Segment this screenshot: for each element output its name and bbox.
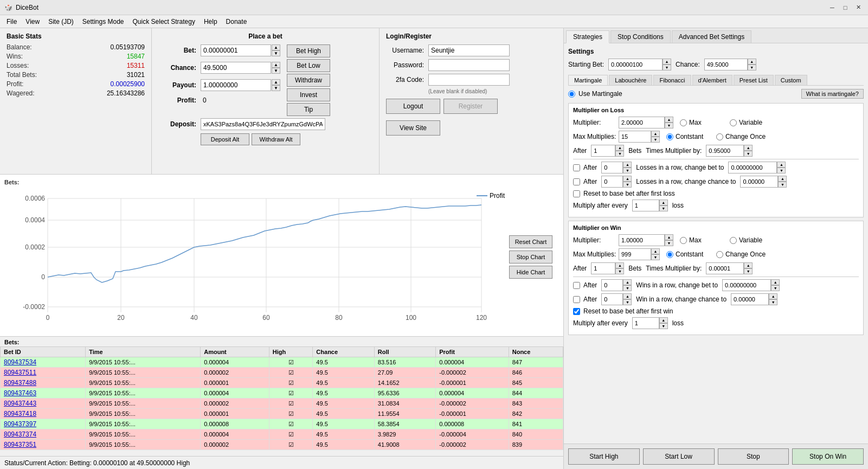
loss-row1-down[interactable]: ▼ bbox=[623, 168, 632, 174]
bet-chance-input[interactable] bbox=[201, 62, 271, 74]
what-is-martingale-button[interactable]: What is martingale? bbox=[801, 89, 864, 99]
loss-row2-val-input[interactable] bbox=[601, 176, 623, 188]
win-max-multiples-up[interactable]: ▲ bbox=[651, 248, 660, 254]
bet-amount-up[interactable]: ▲ bbox=[272, 44, 280, 50]
win-row2-chance-input[interactable] bbox=[731, 293, 769, 305]
bet-id-link[interactable]: 809437488 bbox=[4, 379, 36, 387]
bets-table-wrap[interactable]: Bet ID Time Amount High Chance Roll Prof… bbox=[0, 346, 563, 455]
withdraw-alt-button[interactable]: Withdraw Alt bbox=[252, 133, 300, 145]
strat-tab-martingale[interactable]: Martingale bbox=[568, 75, 608, 85]
bet-chance-down[interactable]: ▼ bbox=[272, 68, 280, 74]
stop-on-win-button[interactable]: Stop On Win bbox=[792, 448, 864, 465]
username-input[interactable] bbox=[428, 44, 510, 56]
start-low-button[interactable]: Start Low bbox=[643, 448, 715, 465]
loss-multiplier-down[interactable]: ▼ bbox=[665, 123, 673, 129]
withdraw-button[interactable]: Withdraw bbox=[287, 74, 330, 87]
multiply-every-win-up[interactable]: ▲ bbox=[659, 317, 668, 323]
win-change-bet-checkbox[interactable] bbox=[573, 282, 580, 289]
max-multiples-down[interactable]: ▼ bbox=[651, 137, 660, 143]
bet-id-link[interactable]: 809437351 bbox=[4, 441, 36, 448]
loss-constant-radio[interactable] bbox=[666, 133, 673, 140]
win-variable-radio[interactable] bbox=[730, 237, 737, 244]
strat-tab-preset[interactable]: Preset List bbox=[734, 75, 774, 85]
menu-site[interactable]: Site (JD) bbox=[44, 17, 78, 27]
menu-view[interactable]: View bbox=[21, 17, 44, 27]
max-multiples-input[interactable] bbox=[619, 131, 651, 143]
loss-row1-bet-up[interactable]: ▲ bbox=[777, 162, 786, 168]
strat-tab-labouchere[interactable]: Labouchère bbox=[609, 75, 652, 85]
win-multiplier-up[interactable]: ▲ bbox=[665, 234, 673, 240]
bet-chance-up[interactable]: ▲ bbox=[272, 62, 280, 68]
win-row2-val-input[interactable] bbox=[601, 293, 623, 305]
win-max-radio[interactable] bbox=[680, 237, 687, 244]
max-multiples-up[interactable]: ▲ bbox=[651, 131, 660, 137]
maximize-button[interactable]: □ bbox=[840, 2, 851, 13]
starting-bet-up[interactable]: ▲ bbox=[663, 59, 671, 65]
multiply-every-loss-input[interactable] bbox=[632, 200, 659, 211]
win-row1-down[interactable]: ▼ bbox=[623, 285, 632, 291]
bet-id-link[interactable]: 809437418 bbox=[4, 410, 36, 417]
win-row2-down[interactable]: ▼ bbox=[623, 299, 632, 305]
loss-row1-bet-input[interactable] bbox=[728, 162, 777, 174]
win-row2-up[interactable]: ▲ bbox=[623, 293, 632, 299]
loss-after-up[interactable]: ▲ bbox=[615, 145, 624, 151]
strat-tab-fibonacci[interactable]: Fibonacci bbox=[653, 75, 691, 85]
win-row1-up[interactable]: ▲ bbox=[623, 279, 632, 285]
chance-setting-input[interactable] bbox=[704, 59, 748, 70]
strat-tab-dalembert[interactable]: d'Alembert bbox=[692, 75, 732, 85]
bet-payout-down[interactable]: ▼ bbox=[272, 85, 280, 91]
loss-variable-radio[interactable] bbox=[730, 119, 737, 126]
bet-high-button[interactable]: Bet High bbox=[287, 44, 330, 57]
menu-file[interactable]: File bbox=[2, 17, 21, 27]
tab-stop-conditions[interactable]: Stop Conditions bbox=[610, 30, 671, 43]
win-after-down[interactable]: ▼ bbox=[615, 268, 624, 274]
bet-id-link[interactable]: 809437397 bbox=[4, 420, 36, 428]
win-multiplier-down[interactable]: ▼ bbox=[665, 240, 673, 246]
loss-row1-up[interactable]: ▲ bbox=[623, 162, 632, 168]
bet-payout-input[interactable] bbox=[201, 79, 271, 91]
loss-change-chance-checkbox[interactable] bbox=[573, 178, 580, 185]
loss-row1-val-input[interactable] bbox=[601, 162, 623, 174]
times-mult-up[interactable]: ▲ bbox=[744, 145, 753, 151]
loss-row2-chance-up[interactable]: ▲ bbox=[778, 176, 787, 182]
win-after-input[interactable] bbox=[591, 262, 615, 274]
win-row1-bet-up[interactable]: ▲ bbox=[771, 279, 780, 285]
stop-button[interactable]: Stop bbox=[718, 448, 789, 465]
reset-base-win-checkbox[interactable] bbox=[573, 308, 580, 315]
menu-settings[interactable]: Settings Mode bbox=[78, 17, 128, 27]
menu-strategy[interactable]: Quick Select Strategy bbox=[128, 17, 200, 27]
bet-id-link[interactable]: 809437463 bbox=[4, 389, 36, 397]
win-times-mult-input[interactable] bbox=[706, 262, 744, 274]
chance-setting-down[interactable]: ▼ bbox=[748, 65, 756, 70]
deposit-alt-button[interactable]: Deposit Alt bbox=[201, 133, 249, 145]
win-row2-chance-down[interactable]: ▼ bbox=[769, 299, 777, 305]
reset-chart-button[interactable]: Reset Chart bbox=[509, 235, 552, 248]
multiply-every-win-down[interactable]: ▼ bbox=[659, 323, 668, 329]
bet-id-link[interactable]: 809437534 bbox=[4, 358, 36, 366]
loss-row1-bet-down[interactable]: ▼ bbox=[777, 168, 786, 174]
multiply-every-loss-down[interactable]: ▼ bbox=[659, 205, 668, 211]
loss-max-radio[interactable] bbox=[680, 119, 687, 126]
win-row2-chance-up[interactable]: ▲ bbox=[769, 293, 777, 299]
bet-low-button[interactable]: Bet Low bbox=[287, 59, 330, 72]
loss-after-down[interactable]: ▼ bbox=[615, 151, 624, 157]
bet-amount-down[interactable]: ▼ bbox=[272, 50, 280, 56]
deposit-input[interactable] bbox=[201, 118, 325, 130]
win-times-mult-up[interactable]: ▲ bbox=[744, 262, 753, 268]
minimize-button[interactable]: ─ bbox=[827, 2, 838, 13]
multiply-every-win-input[interactable] bbox=[632, 317, 659, 329]
strat-tab-custom[interactable]: Custom bbox=[775, 75, 807, 85]
win-change-once-radio[interactable] bbox=[716, 251, 723, 258]
loss-multiplier-input[interactable] bbox=[619, 117, 665, 129]
win-max-multiples-input[interactable] bbox=[619, 248, 651, 260]
register-button[interactable]: Register bbox=[443, 99, 498, 114]
stop-chart-button[interactable]: Stop Chart bbox=[509, 250, 552, 264]
twofa-input[interactable] bbox=[428, 74, 510, 86]
use-martingale-radio[interactable] bbox=[568, 91, 575, 98]
starting-bet-input[interactable] bbox=[608, 59, 663, 70]
menu-donate[interactable]: Donate bbox=[222, 17, 252, 27]
password-input[interactable] bbox=[428, 59, 510, 71]
tab-advanced-bet[interactable]: Advanced Bet Settings bbox=[672, 30, 751, 43]
times-mult-down[interactable]: ▼ bbox=[744, 151, 753, 157]
loss-row2-down[interactable]: ▼ bbox=[623, 182, 632, 188]
